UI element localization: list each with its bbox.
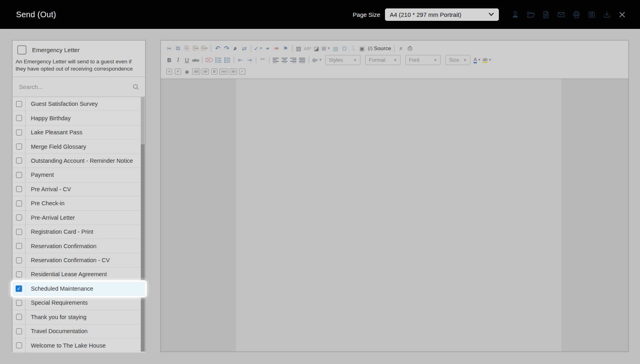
checkbox-unchecked-icon[interactable] <box>16 101 22 107</box>
undo-icon[interactable]: ↶ <box>213 44 222 53</box>
letter-row[interactable]: Reservation Confirmation <box>12 239 145 253</box>
list-scrollbar[interactable] <box>141 97 145 352</box>
checkbox-unchecked-icon[interactable] <box>16 257 22 263</box>
indent-icon[interactable]: ⇥ <box>245 55 254 65</box>
image-icon[interactable]: ▨ <box>294 44 303 53</box>
mail-icon[interactable] <box>553 6 569 22</box>
letter-row[interactable]: Pre-Arrival Letter <box>12 211 145 225</box>
user-icon[interactable] <box>508 6 523 22</box>
italic-icon[interactable]: I <box>174 55 182 65</box>
letter-row[interactable]: Travel Documentation <box>12 324 145 338</box>
spellcheck-icon[interactable]: ✓▼ <box>253 44 263 53</box>
format-select[interactable]: Format▼ <box>365 55 401 65</box>
strikethrough-icon[interactable]: abc <box>191 55 200 65</box>
document-icon[interactable] <box>538 6 553 22</box>
div-container-icon[interactable]: ▤ <box>331 44 340 53</box>
radio-button-icon[interactable]: ◉ <box>182 67 191 77</box>
letter-row[interactable]: Pre Check-in <box>12 196 145 210</box>
printer-icon[interactable] <box>569 6 584 22</box>
checkbox-unchecked-icon[interactable] <box>16 243 22 249</box>
bulleted-list-icon[interactable] <box>223 55 232 65</box>
list-scrollbar-thumb[interactable] <box>141 144 145 352</box>
letter-row[interactable]: Pre Arrival - CV <box>12 182 145 196</box>
bold-icon[interactable]: B <box>165 55 174 65</box>
redo-icon[interactable]: ↷ <box>222 44 231 53</box>
table-icon[interactable]: ⊞▼ <box>321 44 331 53</box>
paste-from-word-icon[interactable]: ⎘W <box>200 44 209 53</box>
underline-icon[interactable]: U <box>182 55 191 65</box>
form-icon[interactable]: ≡ <box>165 67 174 77</box>
blockquote-icon[interactable]: ”” <box>258 55 267 65</box>
save-icon[interactable] <box>584 6 599 22</box>
align-right-icon[interactable] <box>289 55 298 65</box>
emergency-letter-checkbox[interactable] <box>17 45 26 55</box>
checkbox-unchecked-icon[interactable] <box>16 300 22 306</box>
font-select[interactable]: Font▼ <box>405 55 441 65</box>
checkbox-unchecked-icon[interactable] <box>16 144 22 150</box>
editor-page[interactable] <box>236 79 561 352</box>
folder-icon[interactable] <box>523 6 538 22</box>
letter-row[interactable]: Special Requirements <box>12 296 145 310</box>
button-icon[interactable]: xxx <box>219 67 229 77</box>
source-button[interactable]: ⟨/⟩Source <box>368 45 391 51</box>
special-character-icon[interactable]: Ω <box>340 44 349 53</box>
letter-row[interactable]: Happy Birthday <box>12 111 145 125</box>
search-input[interactable] <box>19 83 132 90</box>
letter-row[interactable]: ✓Scheduled Maintenance <box>12 282 145 296</box>
checkbox-unchecked-icon[interactable] <box>16 271 22 277</box>
preview-icon[interactable]: ⌕ <box>397 44 405 53</box>
placeholder-icon[interactable]: AB² <box>303 44 312 53</box>
align-center-icon[interactable] <box>280 55 289 65</box>
language-icon[interactable]: ⊕A▼ <box>311 55 323 65</box>
paste-plain-text-icon[interactable]: ⎘A <box>191 44 200 53</box>
checkbox-unchecked-icon[interactable] <box>16 158 22 164</box>
download-icon[interactable] <box>599 6 614 22</box>
unlink-icon[interactable]: ⚮ <box>272 44 281 53</box>
size-select[interactable]: Size▼ <box>446 55 470 65</box>
remove-format-icon[interactable]: ⌦ <box>205 55 214 65</box>
background-color-icon[interactable]: ab▼ <box>482 55 492 65</box>
letter-row[interactable]: Lake Pleasant Pass <box>12 125 145 140</box>
letter-row[interactable]: Residential Lease Agreement <box>12 267 145 281</box>
cut-icon[interactable]: ✂ <box>165 44 174 53</box>
copy-icon[interactable]: ⧉ <box>174 44 182 53</box>
select-field-icon[interactable]: ≣ <box>210 67 219 77</box>
letter-row[interactable]: Merge Field Glossary <box>12 140 145 154</box>
replace-icon[interactable]: ⇄ <box>240 44 249 53</box>
letter-row[interactable]: Outstanding Account - Reminder Notice <box>12 154 145 168</box>
checkbox-unchecked-icon[interactable] <box>16 229 22 235</box>
checkbox-icon[interactable]: ✔ <box>174 67 182 77</box>
close-icon[interactable] <box>614 6 630 22</box>
paste-icon[interactable]: ⎘ <box>182 44 191 53</box>
letter-row[interactable]: Reservation Confirmation - CV <box>12 253 145 267</box>
letter-row[interactable]: Payment <box>12 168 145 182</box>
checkbox-unchecked-icon[interactable] <box>16 186 22 192</box>
iframe-icon[interactable]: ▣ <box>358 44 367 53</box>
hidden-field-icon[interactable]: ✓ <box>238 67 247 77</box>
outdent-icon[interactable]: ⇤ <box>236 55 245 65</box>
checkbox-unchecked-icon[interactable] <box>16 328 22 334</box>
textarea-icon[interactable]: ab <box>201 67 210 77</box>
align-left-icon[interactable] <box>271 55 280 65</box>
checkbox-unchecked-icon[interactable] <box>16 115 22 121</box>
checkbox-unchecked-icon[interactable] <box>16 200 22 206</box>
checkbox-unchecked-icon[interactable] <box>16 342 22 348</box>
image2-icon[interactable]: ◪ <box>312 44 321 53</box>
checkbox-unchecked-icon[interactable] <box>16 129 22 135</box>
text-color-icon[interactable]: A▼ <box>473 55 482 65</box>
numbered-list-icon[interactable] <box>214 55 223 65</box>
find-icon[interactable]: ⌕ <box>231 44 240 53</box>
letter-row[interactable]: Welcome to The Lake House <box>12 338 145 352</box>
letter-row[interactable]: Registration Card - Print <box>12 225 145 239</box>
image-button-icon[interactable]: ab <box>229 67 238 77</box>
letter-row[interactable]: Thank you for staying <box>12 310 145 324</box>
align-justify-icon[interactable] <box>298 55 307 65</box>
anchor-icon[interactable]: ⚑ <box>281 44 290 53</box>
checkbox-checked-icon[interactable]: ✓ <box>16 285 22 292</box>
checkbox-unchecked-icon[interactable] <box>16 314 22 320</box>
page-break-icon[interactable]: ⌶ <box>349 44 358 53</box>
checkbox-unchecked-icon[interactable] <box>16 172 22 178</box>
text-field-icon[interactable]: ab| <box>191 67 201 77</box>
checkbox-unchecked-icon[interactable] <box>16 214 22 220</box>
styles-select[interactable]: Styles▼ <box>325 55 361 65</box>
